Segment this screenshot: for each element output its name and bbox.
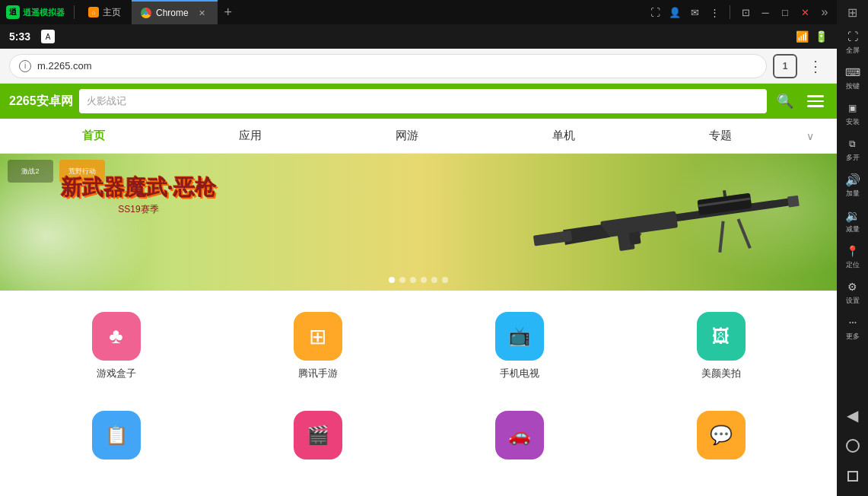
search-icon[interactable]: 🔍 [773,89,797,113]
status-icons: 📶 🔋 [796,30,828,43]
svg-rect-4 [723,190,727,196]
svg-line-11 [738,218,749,250]
hamburger-menu[interactable] [803,89,828,113]
fullscreen-icon: ⛶ [845,29,860,44]
site-navbar: 2265安卓网 火影战记 🔍 [0,84,837,119]
new-tab-button[interactable]: + [218,2,239,23]
keyboard-indicator: A [41,30,55,43]
settings-icon: ⚙ [845,279,860,294]
emulator-name: 逍遥模拟器 [23,7,65,18]
tv-label: 手机电视 [500,367,539,380]
svg-line-10 [716,221,727,253]
resize-icon[interactable]: ⛶ [647,5,663,20]
site-search-input[interactable]: 火影战记 [79,89,767,113]
app-item-r2-2[interactable]: 🎬 [217,402,418,469]
app-item-tv[interactable]: 📺 手机电视 [418,303,620,389]
title-bar: 逍 逍遥模拟器 ⌂ 主页 Chrome ✕ + ⛶ 👤 ✉ ⋮ ⊡ ─ [0,0,837,24]
volume-up-label: 加量 [846,189,860,199]
multiopen-label: 多开 [846,153,860,163]
side-multiopen[interactable]: ⧉ 多开 [837,132,868,167]
maximize-icon[interactable]: □ [777,5,793,20]
category-nav: 首页 应用 网游 单机 专题 ∨ [0,119,837,154]
cat-item-online[interactable]: 网游 [329,129,485,143]
app-icons-row2: 📋 🎬 🚗 💬 [0,402,837,469]
side-settings[interactable]: ⚙ 设置 [837,275,868,310]
url-text: m.2265.com [37,60,757,72]
cat-item-home[interactable]: 首页 [15,129,172,143]
address-bar: i m.2265.com 1 ⋮ [0,49,837,84]
app-item-r2-3[interactable]: 🚗 [418,402,620,469]
location-icon: 📍 [845,243,860,259]
side-volume-up[interactable]: 🔊 加量 [837,167,868,203]
app-item-r2-4[interactable]: 💬 [620,402,822,469]
r2-icon-4: 💬 [697,411,746,459]
banner[interactable]: 激战2 荒野行动 [0,154,837,291]
titlebar-icons: ⛶ 👤 ✉ ⋮ ⊡ ─ □ ✕ » [643,5,837,20]
side-volume-down[interactable]: 🔉 减量 [837,203,868,239]
cat-dropdown-icon[interactable]: ∨ [799,130,822,142]
site-logo: 2265安卓网 [9,94,73,110]
cat-special-label: 专题 [709,129,732,141]
tab-home[interactable]: ⌂ 主页 [78,0,132,24]
emulator-logo-icon: 逍 [6,5,20,19]
multiopen-icon: ⧉ [845,136,860,151]
side-install[interactable]: ▣ 安装 [837,96,868,132]
battery-icon: 🔋 [815,30,828,43]
tencent-icon: ⊞ [294,312,342,361]
recent-apps-button[interactable] [839,463,866,490]
android-nav-buttons: ◀ [839,402,866,496]
side-keyboard[interactable]: ⌨ 按键 [837,60,868,96]
chrome-tab-close[interactable]: ✕ [196,7,208,19]
tab-chrome[interactable]: Chrome ✕ [132,0,218,24]
back-button[interactable]: ◀ [839,402,866,429]
app-item-tencent[interactable]: ⊞ 腾讯手游 [217,303,418,389]
r2-icon-1: 📋 [92,411,141,459]
chrome-menu-button[interactable]: ⋮ [803,54,828,78]
dot-1[interactable] [389,277,395,283]
volume-down-icon: 🔉 [845,208,860,223]
dot-6[interactable] [442,277,448,283]
arrows-icon[interactable]: » [817,5,832,20]
window-close-icon[interactable]: ✕ [797,5,812,20]
dot-3[interactable] [410,277,416,283]
volume-down-label: 减量 [846,224,860,234]
android-status-bar: 5:33 A 📶 🔋 [0,24,837,49]
banner-pagination [389,277,448,283]
cat-home-label: 首页 [82,129,105,141]
dot-4[interactable] [421,277,427,283]
emulator-logo[interactable]: 逍 逍遥模拟器 [0,5,71,19]
dot-5[interactable] [431,277,437,283]
r2-icon-2: 🎬 [294,411,342,459]
side-fullscreen[interactable]: ⛶ 全屏 [837,24,868,60]
app-item-beauty[interactable]: 🖼 美颜美拍 [620,303,822,389]
home-tab-label: 主页 [103,6,121,19]
app-item-gamebox[interactable]: ♣ 游戏盒子 [15,303,217,389]
address-input[interactable]: i m.2265.com [9,54,767,78]
side-expand-icon[interactable]: ⊞ [837,0,868,24]
gamebox-label: 游戏盒子 [97,367,136,380]
side-location[interactable]: 📍 定位 [837,239,868,275]
cat-offline-label: 单机 [552,129,575,141]
cat-item-offline[interactable]: 单机 [485,129,642,143]
cat-item-apps[interactable]: 应用 [172,129,329,143]
tv-icon: 📺 [495,312,544,361]
home-button[interactable] [839,432,866,459]
settings-label: 设置 [846,296,860,306]
menu-dots-icon[interactable]: ⋮ [707,5,722,20]
install-label: 安装 [846,117,860,127]
tab-count-button[interactable]: 1 [773,54,797,78]
user-icon[interactable]: 👤 [667,5,682,20]
restore-icon[interactable]: ⊡ [738,5,753,20]
svg-rect-8 [629,231,641,245]
banner-title: 新武器魔武·恶枪 [61,176,216,200]
location-label: 定位 [846,260,860,270]
app-item-r2-1[interactable]: 📋 [15,402,217,469]
side-more[interactable]: ··· 更多 [837,310,868,346]
keyboard-icon: ⌨ [845,65,860,80]
minimize-icon[interactable]: ─ [758,5,773,20]
tencent-label: 腾讯手游 [298,367,338,380]
mail-icon[interactable]: ✉ [687,5,702,20]
dot-2[interactable] [399,277,405,283]
beauty-icon: 🖼 [697,312,746,361]
cat-item-special[interactable]: 专题 [642,129,799,143]
